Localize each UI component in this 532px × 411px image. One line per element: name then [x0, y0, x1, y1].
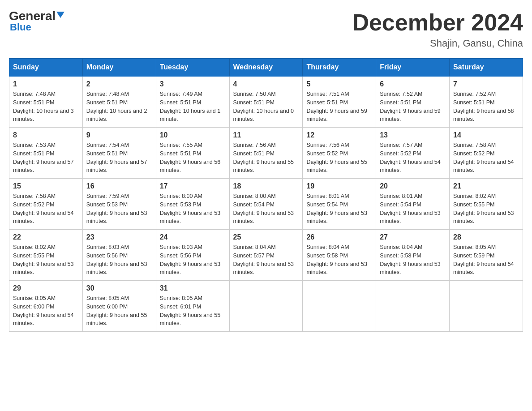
day-info: Sunrise: 8:02 AM Sunset: 5:55 PM Dayligh… [453, 192, 519, 226]
day-info: Sunrise: 7:51 AM Sunset: 5:51 PM Dayligh… [306, 90, 372, 124]
day-number: 15 [13, 182, 79, 190]
table-row: 4 Sunrise: 7:50 AM Sunset: 5:51 PM Dayli… [229, 76, 303, 128]
day-info: Sunrise: 7:55 AM Sunset: 5:51 PM Dayligh… [160, 141, 226, 175]
day-info: Sunrise: 8:00 AM Sunset: 5:53 PM Dayligh… [160, 192, 226, 226]
table-row: 31 Sunrise: 8:05 AM Sunset: 6:01 PM Dayl… [156, 281, 229, 332]
calendar-week-row: 22 Sunrise: 8:02 AM Sunset: 5:55 PM Dayl… [9, 230, 523, 281]
day-number: 25 [233, 233, 299, 241]
day-info: Sunrise: 7:49 AM Sunset: 5:51 PM Dayligh… [160, 90, 226, 124]
calendar-week-row: 1 Sunrise: 7:48 AM Sunset: 5:51 PM Dayli… [9, 76, 523, 128]
table-row: 27 Sunrise: 8:04 AM Sunset: 5:58 PM Dayl… [376, 230, 450, 281]
table-row: 6 Sunrise: 7:52 AM Sunset: 5:51 PM Dayli… [376, 76, 450, 128]
day-number: 16 [86, 182, 152, 190]
page-header: General Blue December 2024 Shajin, Gansu… [9, 9, 523, 49]
day-number: 5 [306, 80, 372, 88]
day-number: 8 [13, 131, 79, 139]
day-info: Sunrise: 8:04 AM Sunset: 5:58 PM Dayligh… [380, 243, 446, 277]
day-info: Sunrise: 8:03 AM Sunset: 5:56 PM Dayligh… [160, 243, 226, 277]
day-number: 10 [160, 131, 226, 139]
day-number: 7 [453, 80, 519, 88]
table-row [450, 281, 523, 332]
location: Shajin, Gansu, China [352, 38, 523, 49]
day-info: Sunrise: 7:48 AM Sunset: 5:51 PM Dayligh… [86, 90, 152, 124]
day-number: 31 [160, 284, 226, 292]
table-row: 24 Sunrise: 8:03 AM Sunset: 5:56 PM Dayl… [156, 230, 229, 281]
col-tuesday: Tuesday [156, 59, 229, 77]
day-number: 9 [86, 131, 152, 139]
day-info: Sunrise: 8:00 AM Sunset: 5:54 PM Dayligh… [233, 192, 299, 226]
day-info: Sunrise: 7:54 AM Sunset: 5:51 PM Dayligh… [86, 141, 152, 175]
table-row: 10 Sunrise: 7:55 AM Sunset: 5:51 PM Dayl… [156, 128, 229, 179]
calendar-week-row: 15 Sunrise: 7:58 AM Sunset: 5:52 PM Dayl… [9, 179, 523, 230]
table-row: 22 Sunrise: 8:02 AM Sunset: 5:55 PM Dayl… [9, 230, 83, 281]
day-number: 29 [13, 284, 79, 292]
table-row: 8 Sunrise: 7:53 AM Sunset: 5:51 PM Dayli… [9, 128, 83, 179]
day-info: Sunrise: 7:56 AM Sunset: 5:52 PM Dayligh… [306, 141, 372, 175]
day-number: 4 [233, 80, 299, 88]
calendar-week-row: 29 Sunrise: 8:05 AM Sunset: 6:00 PM Dayl… [9, 281, 523, 332]
day-number: 24 [160, 233, 226, 241]
day-number: 1 [13, 80, 79, 88]
table-row: 23 Sunrise: 8:03 AM Sunset: 5:56 PM Dayl… [82, 230, 156, 281]
day-number: 23 [86, 233, 152, 241]
day-info: Sunrise: 8:01 AM Sunset: 5:54 PM Dayligh… [306, 192, 372, 226]
day-number: 2 [86, 80, 152, 88]
table-row: 12 Sunrise: 7:56 AM Sunset: 5:52 PM Dayl… [303, 128, 376, 179]
title-area: December 2024 Shajin, Gansu, China [352, 9, 523, 49]
table-row: 25 Sunrise: 8:04 AM Sunset: 5:57 PM Dayl… [229, 230, 303, 281]
logo-triangle-icon [56, 12, 64, 18]
table-row: 30 Sunrise: 8:05 AM Sunset: 6:00 PM Dayl… [82, 281, 156, 332]
table-row: 29 Sunrise: 8:05 AM Sunset: 6:00 PM Dayl… [9, 281, 83, 332]
col-thursday: Thursday [303, 59, 376, 77]
table-row: 1 Sunrise: 7:48 AM Sunset: 5:51 PM Dayli… [9, 76, 83, 128]
table-row: 16 Sunrise: 7:59 AM Sunset: 5:53 PM Dayl… [82, 179, 156, 230]
day-number: 21 [453, 182, 519, 190]
logo-blue: Blue [10, 21, 31, 33]
table-row: 19 Sunrise: 8:01 AM Sunset: 5:54 PM Dayl… [303, 179, 376, 230]
col-friday: Friday [376, 59, 450, 77]
day-info: Sunrise: 8:03 AM Sunset: 5:56 PM Dayligh… [86, 243, 152, 277]
table-row [229, 281, 303, 332]
calendar-table: Sunday Monday Tuesday Wednesday Thursday… [9, 58, 523, 332]
day-info: Sunrise: 8:05 AM Sunset: 6:00 PM Dayligh… [13, 294, 79, 328]
col-saturday: Saturday [450, 59, 523, 77]
table-row: 14 Sunrise: 7:58 AM Sunset: 5:52 PM Dayl… [450, 128, 523, 179]
day-info: Sunrise: 8:04 AM Sunset: 5:57 PM Dayligh… [233, 243, 299, 277]
table-row: 21 Sunrise: 8:02 AM Sunset: 5:55 PM Dayl… [450, 179, 523, 230]
day-number: 19 [306, 182, 372, 190]
col-wednesday: Wednesday [229, 59, 303, 77]
table-row: 18 Sunrise: 8:00 AM Sunset: 5:54 PM Dayl… [229, 179, 303, 230]
day-info: Sunrise: 7:59 AM Sunset: 5:53 PM Dayligh… [86, 192, 152, 226]
table-row [303, 281, 376, 332]
day-info: Sunrise: 8:05 AM Sunset: 6:00 PM Dayligh… [86, 294, 152, 328]
day-number: 27 [380, 233, 446, 241]
day-number: 30 [86, 284, 152, 292]
header-row: Sunday Monday Tuesday Wednesday Thursday… [9, 59, 523, 77]
day-info: Sunrise: 7:52 AM Sunset: 5:51 PM Dayligh… [453, 90, 519, 124]
table-row: 11 Sunrise: 7:56 AM Sunset: 5:51 PM Dayl… [229, 128, 303, 179]
table-row: 5 Sunrise: 7:51 AM Sunset: 5:51 PM Dayli… [303, 76, 376, 128]
day-info: Sunrise: 8:04 AM Sunset: 5:58 PM Dayligh… [306, 243, 372, 277]
calendar-week-row: 8 Sunrise: 7:53 AM Sunset: 5:51 PM Dayli… [9, 128, 523, 179]
table-row: 20 Sunrise: 8:01 AM Sunset: 5:54 PM Dayl… [376, 179, 450, 230]
day-info: Sunrise: 7:48 AM Sunset: 5:51 PM Dayligh… [13, 90, 79, 124]
day-info: Sunrise: 8:02 AM Sunset: 5:55 PM Dayligh… [13, 243, 79, 277]
day-info: Sunrise: 8:05 AM Sunset: 5:59 PM Dayligh… [453, 243, 519, 277]
table-row: 26 Sunrise: 8:04 AM Sunset: 5:58 PM Dayl… [303, 230, 376, 281]
day-info: Sunrise: 7:53 AM Sunset: 5:51 PM Dayligh… [13, 141, 79, 175]
day-number: 6 [380, 80, 446, 88]
day-info: Sunrise: 8:05 AM Sunset: 6:01 PM Dayligh… [160, 294, 226, 328]
day-info: Sunrise: 7:58 AM Sunset: 5:52 PM Dayligh… [13, 192, 79, 226]
table-row: 15 Sunrise: 7:58 AM Sunset: 5:52 PM Dayl… [9, 179, 83, 230]
table-row: 28 Sunrise: 8:05 AM Sunset: 5:59 PM Dayl… [450, 230, 523, 281]
day-info: Sunrise: 7:52 AM Sunset: 5:51 PM Dayligh… [380, 90, 446, 124]
table-row: 7 Sunrise: 7:52 AM Sunset: 5:51 PM Dayli… [450, 76, 523, 128]
day-number: 14 [453, 131, 519, 139]
day-number: 26 [306, 233, 372, 241]
col-sunday: Sunday [9, 59, 83, 77]
table-row: 3 Sunrise: 7:49 AM Sunset: 5:51 PM Dayli… [156, 76, 229, 128]
day-number: 17 [160, 182, 226, 190]
day-number: 28 [453, 233, 519, 241]
table-row: 2 Sunrise: 7:48 AM Sunset: 5:51 PM Dayli… [82, 76, 156, 128]
col-monday: Monday [82, 59, 156, 77]
